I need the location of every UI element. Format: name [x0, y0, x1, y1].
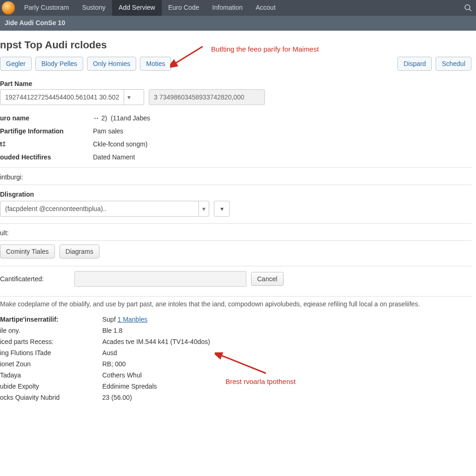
context-bar: Jide Audi ConSe 10: [0, 16, 476, 31]
nav-sustony[interactable]: Sustony: [75, 0, 112, 16]
part-code-readonly: 3 73498603458933742820,000: [149, 89, 265, 105]
page-title: npst Top Audi rclodes: [0, 39, 471, 51]
dlisgration-label: Dlisgration: [0, 191, 471, 198]
parts-recess-value: Acades tve IM.544 k41 (TV14-40dos): [102, 338, 210, 345]
dlisgration-select[interactable]: (facpdelent @ccennonteentbplua).. ▾: [0, 201, 209, 217]
chevron-down-icon: ▾: [124, 90, 134, 105]
svg-line-1: [469, 9, 471, 11]
partifige-label: Partifige Information: [0, 127, 93, 135]
top-nav: Parly Custoram Sustony Add Serview Euro …: [18, 0, 460, 16]
part-code-value: 3 73498603458933742820,000: [154, 93, 245, 101]
dlisgration-expand-button[interactable]: ▾: [214, 201, 230, 217]
quivity-label: ocks Quiavity Nubrid: [0, 394, 102, 401]
tadaya-label: Tadaya: [0, 371, 102, 379]
ile-ony-value: Ble 1.8: [102, 327, 123, 334]
martipe-label: Martipe'inserratilif:: [0, 316, 102, 323]
app-logo-icon: [2, 1, 15, 14]
part-name-label: Part Name: [0, 77, 471, 89]
schedule-button[interactable]: Schedul: [436, 57, 471, 71]
star-value: Ckle-fcond songm): [93, 140, 148, 148]
hectifires-value: Dated Nament: [93, 153, 135, 161]
euro-name-value: (11and Jabes: [111, 114, 150, 122]
cancel-button[interactable]: Cancel: [251, 272, 284, 286]
ile-ony-label: ile ony.: [0, 327, 102, 334]
nav-parly[interactable]: Parly Custoram: [18, 0, 75, 16]
svg-point-0: [465, 5, 470, 10]
cantificaterted-label: Cantificaterted:: [0, 275, 70, 283]
quivity-value: 23 (56.00): [102, 394, 132, 401]
nav-account[interactable]: Accout: [249, 0, 282, 16]
flutions-label: ing Flutions ITade: [0, 349, 102, 357]
filter-moties[interactable]: Moties: [140, 57, 171, 71]
dispard-button[interactable]: Dispard: [397, 57, 432, 71]
partifige-value: Pam sales: [93, 127, 123, 135]
cantificaterted-input[interactable]: [74, 271, 246, 287]
zoun-value: RB; 000: [102, 360, 126, 368]
swap-icon: ↔ 2): [93, 114, 107, 122]
euro-name-label: uro name: [0, 114, 93, 122]
cominty-tiales-button[interactable]: Cominty Tiales: [0, 245, 55, 258]
chevron-down-icon: ▾: [198, 201, 209, 216]
intburgi-label: intburgi:: [0, 173, 471, 181]
dlisgration-value: (facpdelent @ccennonteentbplua)..: [0, 205, 198, 212]
help-note: Make codeplame of the obialify, and use …: [0, 296, 471, 314]
nav-add-serview[interactable]: Add Serview: [112, 0, 162, 16]
flutions-value: Ausd: [102, 349, 117, 357]
expolty-label: ubide Expolty: [0, 383, 102, 390]
filter-only-homies[interactable]: Only Homies: [87, 57, 136, 71]
nav-information[interactable]: Infomation: [206, 0, 249, 16]
chevron-down-icon: ▾: [220, 205, 224, 212]
part-select-value: 1927441227254454400.561041 30.502: [0, 93, 124, 101]
parts-recess-label: iced parts Recess:: [0, 338, 102, 345]
manbles-link[interactable]: 1 Manbles: [118, 316, 148, 323]
tadaya-value: Cothers Whul: [102, 371, 142, 379]
filter-gegler[interactable]: Gegler: [0, 57, 32, 71]
nav-euro-code[interactable]: Euro Code: [162, 0, 206, 16]
context-title: Jide Audi ConSe 10: [5, 19, 65, 26]
hectifires-label: ouded Hectifires: [0, 153, 93, 161]
expolty-value: Eddinime Spredals: [102, 383, 157, 390]
martipe-pre: Supf: [102, 316, 118, 323]
zoun-label: ionet Zoun: [0, 360, 102, 368]
diagrams-button[interactable]: Diagrams: [60, 245, 99, 258]
star-label: t‡: [0, 140, 93, 148]
filter-blody-pelles[interactable]: Blody Pelles: [35, 57, 83, 71]
part-name-select[interactable]: 1927441227254454400.561041 30.502 ▾: [0, 89, 144, 105]
search-icon[interactable]: [460, 0, 476, 16]
ult-label: ult:: [0, 229, 471, 237]
